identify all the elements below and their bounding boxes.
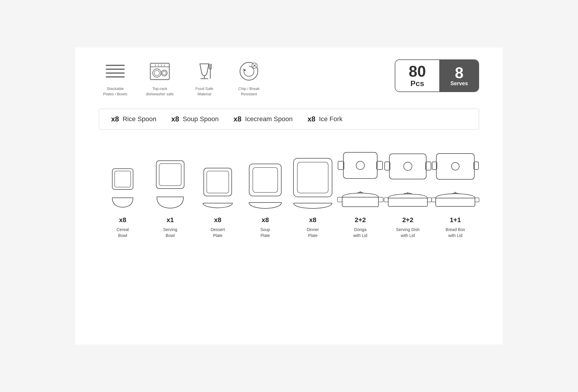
svg-point-42 — [356, 161, 364, 170]
svg-point-58 — [451, 162, 459, 170]
feature-stackable: StackablePlates / Bowls — [99, 59, 132, 97]
pcs-serves-badge: 80 Pcs 8 Serves — [395, 59, 479, 92]
svg-rect-57 — [436, 154, 474, 179]
cutlery-name-1: Soup Spoon — [183, 115, 219, 123]
svg-point-13 — [162, 71, 166, 75]
item-cereal-bowl: x8 CerealBowl — [99, 144, 146, 238]
svg-rect-34 — [253, 167, 278, 192]
serving-dish-qty: 2+2 — [402, 216, 413, 224]
soup-plate-name: SoupPlate — [260, 227, 270, 238]
cereal-bowl-name: CerealBowl — [116, 227, 129, 238]
svg-rect-28 — [159, 164, 181, 186]
cutlery-item-2: x8 Icecream Spoon — [233, 115, 293, 123]
svg-point-10 — [153, 69, 161, 77]
serving-bowl-illustrations — [154, 144, 187, 210]
bread-box-name: Bread Boxwith Lid — [446, 227, 465, 238]
svg-rect-27 — [156, 161, 184, 189]
items-grid: x8 CerealBowl x1 ServingBowl — [99, 144, 479, 238]
dinner-plate-name: DinnerPlate — [307, 227, 319, 238]
svg-rect-33 — [249, 164, 281, 196]
item-dessert-plate: x8 DessertPlate — [194, 144, 241, 238]
food-safe-icon — [192, 59, 216, 83]
svg-rect-43 — [337, 197, 342, 202]
item-serving-bowl: x1 ServingBowl — [146, 144, 194, 238]
svg-rect-52 — [427, 198, 432, 202]
feature-chip-break: Chip / BreakResistant — [233, 59, 265, 97]
svg-rect-36 — [293, 158, 332, 197]
serves-number: 8 — [455, 65, 464, 80]
pcs-section: 80 Pcs — [395, 60, 440, 91]
soup-plate-illustrations — [247, 144, 283, 210]
svg-point-12 — [161, 70, 167, 76]
svg-rect-59 — [432, 198, 436, 202]
item-serving-dish: 2+2 Serving Dishwith Lid — [384, 144, 432, 238]
donga-name: Dongawith Lid — [353, 227, 367, 238]
cutlery-name-0: Rice Spoon — [123, 115, 157, 123]
svg-rect-41 — [343, 152, 377, 178]
item-dinner-plate: x8 DinnerPlate — [289, 144, 337, 238]
svg-rect-44 — [378, 197, 383, 202]
pcs-number: 80 — [409, 64, 426, 79]
soup-plate-qty: x8 — [262, 216, 269, 224]
item-soup-plate: x8 SoupPlate — [241, 144, 289, 238]
cutlery-qty-1: x8 — [171, 115, 179, 123]
svg-point-11 — [154, 70, 159, 76]
cutlery-name-3: Ice Fork — [319, 115, 342, 123]
cutlery-name-2: Icecream Spoon — [245, 115, 293, 123]
item-donga: 2+2 Dongawith Lid — [337, 144, 384, 238]
svg-rect-37 — [297, 162, 328, 193]
donga-qty: 2+2 — [355, 216, 366, 224]
svg-rect-60 — [475, 198, 479, 202]
item-bread-box: 1+1 Bread Boxwith Lid — [432, 144, 479, 238]
main-page: StackablePlates / Bowls — [75, 48, 503, 344]
svg-rect-54 — [388, 198, 427, 206]
cereal-bowl-qty: x8 — [119, 216, 126, 224]
svg-rect-25 — [115, 171, 131, 187]
dessert-plate-illustrations — [201, 144, 234, 210]
svg-rect-24 — [112, 169, 133, 189]
svg-marker-20 — [243, 69, 246, 72]
svg-rect-46 — [342, 197, 378, 207]
cutlery-item-1: x8 Soup Spoon — [171, 115, 219, 123]
svg-point-50 — [404, 162, 412, 170]
serving-dish-illustrations — [384, 144, 432, 210]
top-section: StackablePlates / Bowls — [99, 59, 479, 97]
serves-label: Serves — [450, 80, 468, 87]
dessert-plate-name: DessertPlate — [211, 227, 225, 238]
pcs-unit: Pcs — [410, 79, 424, 88]
cutlery-item-0: x8 Rice Spoon — [111, 115, 156, 123]
chip-break-label: Chip / BreakResistant — [238, 86, 260, 97]
dishwasher-icon — [148, 59, 172, 83]
svg-rect-31 — [207, 171, 229, 193]
donga-illustrations — [338, 144, 383, 210]
cereal-bowl-illustrations — [109, 144, 136, 210]
dessert-plate-qty: x8 — [214, 216, 221, 224]
serves-section: 8 Serves — [440, 60, 478, 91]
svg-rect-51 — [384, 198, 388, 202]
features-row: StackablePlates / Bowls — [99, 59, 265, 97]
svg-rect-49 — [389, 154, 426, 179]
stackable-label: StackablePlates / Bowls — [103, 86, 127, 97]
cutlery-item-3: x8 Ice Fork — [307, 115, 342, 123]
svg-rect-62 — [436, 198, 475, 206]
serving-dish-name: Serving Dishwith Lid — [396, 227, 419, 238]
svg-rect-30 — [204, 168, 232, 196]
feature-food-safe: Food SafeMaterial — [188, 59, 221, 97]
dinner-plate-qty: x8 — [309, 216, 316, 224]
stackable-icon — [103, 59, 127, 83]
bread-box-qty: 1+1 — [450, 216, 461, 224]
cutlery-qty-2: x8 — [233, 115, 241, 123]
feature-dishwasher: Top-rackdishwasher safe — [143, 59, 176, 97]
chip-break-icon — [237, 59, 261, 83]
bread-box-illustrations — [432, 144, 479, 210]
serving-bowl-name: ServingBowl — [163, 227, 177, 238]
dishwasher-label: Top-rackdishwasher safe — [146, 86, 174, 97]
food-safe-label: Food SafeMaterial — [195, 86, 213, 97]
cutlery-qty-0: x8 — [111, 115, 119, 123]
cutlery-bar: x8 Rice Spoon x8 Soup Spoon x8 Icecream … — [99, 109, 479, 129]
dinner-plate-illustrations — [292, 144, 334, 210]
serving-bowl-qty: x1 — [167, 216, 174, 224]
cutlery-qty-3: x8 — [307, 115, 315, 123]
